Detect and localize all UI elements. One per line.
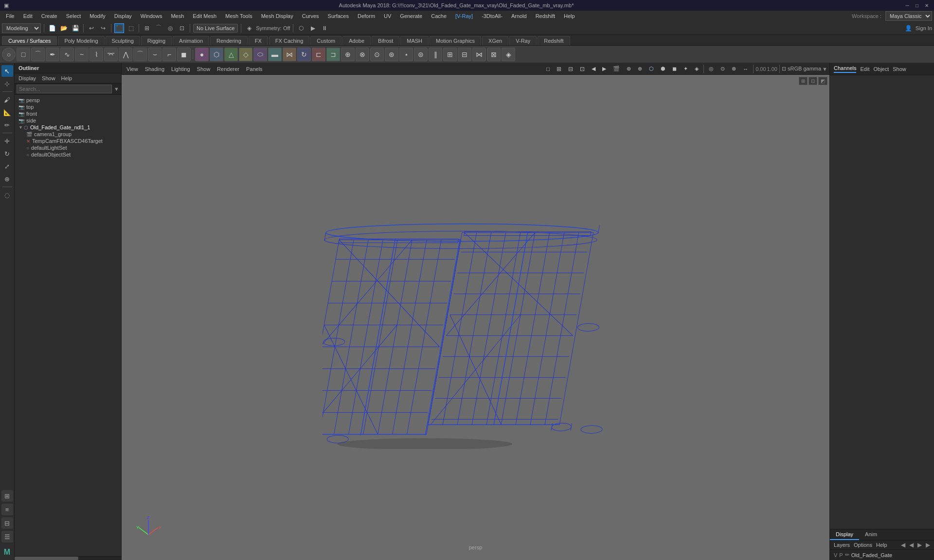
menu-deform[interactable]: Deform: [354, 12, 379, 20]
shelf-icon-cone[interactable]: △: [224, 48, 238, 61]
shelf-tab-custom[interactable]: Custom: [310, 36, 341, 45]
outliner-item-persp[interactable]: 📷 persp: [15, 97, 121, 104]
menu-surfaces[interactable]: Surfaces: [324, 12, 353, 20]
lasso-mode-icon[interactable]: ⬚: [126, 23, 136, 33]
shelf-tab-poly[interactable]: Poly Modeling: [58, 36, 104, 45]
shelf-tab-sculpt[interactable]: Sculpting: [106, 36, 140, 45]
shelf-icon-ellipse[interactable]: ⬭: [253, 48, 267, 61]
outliner-help-menu[interactable]: Help: [59, 74, 74, 82]
outliner-item-camera-group[interactable]: 🎬 camera1_group: [15, 131, 121, 138]
vp-menu-shading[interactable]: Shading: [142, 65, 167, 73]
paint-btn[interactable]: 🖌: [1, 94, 13, 105]
shelf-icon-extrude[interactable]: ⋈: [283, 48, 296, 61]
move-btn[interactable]: ✛: [1, 135, 13, 147]
menu-select[interactable]: Select: [62, 12, 85, 20]
shelf-tab-motion[interactable]: Motion Graphics: [430, 36, 481, 45]
shelf-icon-revolve[interactable]: ↻: [297, 48, 311, 61]
options-sub-tab[interactable]: Options: [854, 542, 872, 548]
snap-curve-icon[interactable]: ⌒: [154, 23, 163, 33]
vp-corner-btn-1[interactable]: ⊞: [799, 77, 808, 85]
close-button[interactable]: ✕: [923, 2, 930, 9]
scale-btn[interactable]: ⤢: [1, 160, 13, 172]
undo-icon[interactable]: ↩: [87, 23, 96, 33]
shelf-icon-curve3[interactable]: ~: [75, 48, 89, 61]
shelf-tab-anim[interactable]: Animation: [173, 36, 209, 45]
menu-arnold[interactable]: Arnold: [507, 12, 531, 20]
select-mode-icon[interactable]: ⬛: [114, 23, 124, 33]
menu-vray[interactable]: [V-Ray]: [451, 12, 477, 20]
shelf-icon-s7[interactable]: ⊜: [414, 48, 428, 61]
outliner-show-menu[interactable]: Show: [40, 74, 57, 82]
outliner-item-gate-group[interactable]: ▼ ⬡ Old_Faded_Gate_ndl1_1: [15, 124, 121, 131]
shelf-tab-bifrost[interactable]: Bifrost: [372, 36, 399, 45]
menu-mesh[interactable]: Mesh: [167, 12, 188, 20]
universal-manip-btn[interactable]: ⊕: [1, 173, 13, 185]
shelf-icon-sphere[interactable]: ●: [195, 48, 209, 61]
menu-windows[interactable]: Windows: [137, 12, 166, 20]
shelf-icon-s6[interactable]: ⋆: [399, 48, 413, 61]
symmetry-icon[interactable]: ◈: [244, 23, 254, 33]
menu-modify[interactable]: Modify: [86, 12, 109, 20]
outliner-scrollbar-track[interactable]: [15, 556, 121, 560]
vp-menu-show[interactable]: Show: [194, 65, 214, 73]
layer-arrow-4[interactable]: ▶: [926, 542, 930, 548]
search-input[interactable]: [17, 85, 112, 93]
menu-mesh-tools[interactable]: Mesh Tools: [221, 12, 256, 20]
outliner-scrollbar-thumb[interactable]: [15, 557, 78, 560]
shelf-tab-fx[interactable]: FX: [249, 36, 268, 45]
menu-3dtoall[interactable]: -3DtoAll-: [478, 12, 506, 20]
new-file-icon[interactable]: 📄: [47, 23, 57, 33]
vp-gamma-label[interactable]: ⊡ sRGB gamma: [782, 66, 821, 72]
shelf-icon-cube[interactable]: ⬡: [210, 48, 223, 61]
vp-ctrl-1[interactable]: □: [543, 65, 553, 73]
snap-grid-icon[interactable]: ⊞: [142, 23, 152, 33]
vp-solid-btn[interactable]: ⬢: [658, 65, 668, 73]
annotate-btn[interactable]: ✏: [1, 119, 13, 131]
maximize-button[interactable]: □: [914, 2, 920, 9]
vp-ctrl-4[interactable]: ⊡: [577, 65, 588, 73]
vp-shadow-btn[interactable]: ◈: [692, 65, 701, 73]
shelf-icon-s10[interactable]: ⊟: [458, 48, 471, 61]
menu-help[interactable]: Help: [560, 12, 579, 20]
ipr-icon[interactable]: ▶: [308, 23, 318, 33]
shelf-icon-square[interactable]: □: [17, 48, 30, 61]
anim-tab[interactable]: Anim: [859, 529, 883, 540]
menu-uv[interactable]: UV: [380, 12, 395, 20]
grid-icon[interactable]: ⊞: [1, 490, 13, 502]
render-icon[interactable]: ⬡: [296, 23, 306, 33]
shelf-tab-redshift[interactable]: Redshift: [538, 36, 570, 45]
shelf-icon-curve7[interactable]: ⌒: [133, 48, 147, 61]
layers-icon[interactable]: ≡: [1, 504, 13, 515]
shelf-tab-xgen[interactable]: XGen: [482, 36, 508, 45]
shelf-icon-s13[interactable]: ◈: [502, 48, 515, 61]
viewport-3d[interactable]: .gate-line { stroke: #2233cc; stroke-wid…: [122, 75, 829, 560]
vp-corner-btn-2[interactable]: ⊡: [808, 77, 817, 85]
help-sub-tab[interactable]: Help: [876, 542, 887, 548]
vp-menu-panels[interactable]: Panels: [243, 65, 266, 73]
edit-tab[interactable]: Edit: [860, 66, 869, 72]
select-tool-btn[interactable]: ↖: [1, 65, 13, 77]
outliner-item-side[interactable]: 📷 side: [15, 117, 121, 124]
vp-uv-btn[interactable]: ↔: [740, 65, 751, 73]
measure-btn[interactable]: 📐: [1, 106, 13, 118]
outliner-item-tempcam[interactable]: ✕ TempCamFBXASCD46Target: [15, 138, 121, 144]
vp-obj-btn[interactable]: ⊙: [718, 65, 728, 73]
shelf-tab-curves[interactable]: Curves / Surfaces: [2, 36, 57, 45]
menu-file[interactable]: File: [2, 12, 18, 20]
shelf-icon-s5[interactable]: ⊛: [385, 48, 398, 61]
window-controls[interactable]: ─ □ ✕: [904, 2, 930, 9]
shelf-icon-s12[interactable]: ⊠: [487, 48, 501, 61]
outliner-display-menu[interactable]: Display: [17, 74, 38, 82]
shelf-icon-s4[interactable]: ⊙: [370, 48, 384, 61]
outliner-icon[interactable]: ☰: [1, 531, 13, 542]
redo-icon[interactable]: ↪: [98, 23, 108, 33]
menu-generate[interactable]: Generate: [396, 12, 426, 20]
shelf-tab-adobe[interactable]: Adobe: [342, 36, 371, 45]
shelf-tab-mash[interactable]: MASH: [400, 36, 429, 45]
shelf-icon-s3[interactable]: ⊗: [356, 48, 369, 61]
open-file-icon[interactable]: 📂: [59, 23, 69, 33]
object-tab[interactable]: Object: [873, 66, 889, 72]
vp-light-btn[interactable]: ✦: [681, 65, 691, 73]
shelf-icon-curve4[interactable]: ⌇: [90, 48, 103, 61]
vp-ctrl-6[interactable]: ▶: [599, 65, 609, 73]
